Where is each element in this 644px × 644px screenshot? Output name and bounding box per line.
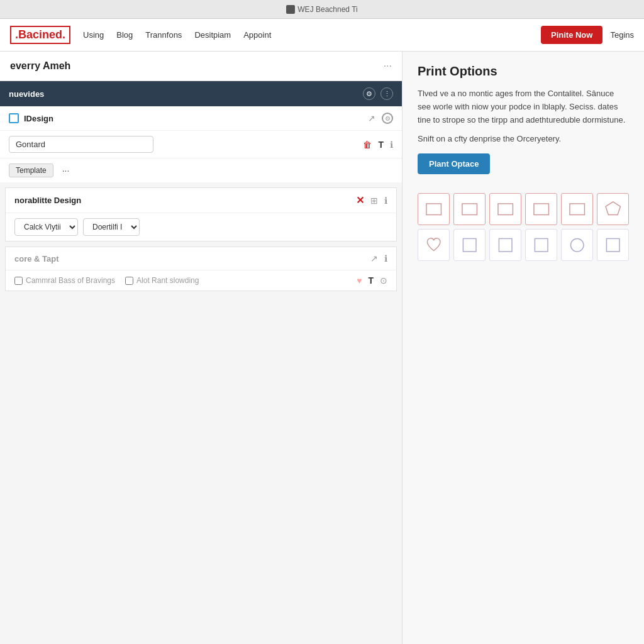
nav-right: Pinite Now Tegins — [541, 26, 634, 44]
svg-rect-2 — [498, 204, 513, 215]
shape-rect-9[interactable] — [597, 229, 629, 261]
score-info-icon[interactable]: ℹ — [384, 253, 387, 264]
honorablitte-section: norablitte Design ✕ ⊞ ℹ Calck Vlytii Doe… — [5, 187, 397, 242]
score-header-icons: ↗ ℹ — [370, 253, 387, 264]
heart-icon[interactable]: ♥ — [357, 275, 362, 286]
input-row: 🗑 T ℹ — [0, 130, 402, 158]
nav-link-desitpiam[interactable]: Desitpiam — [194, 30, 231, 40]
dropdown-row: Calck Vlytii Doertilfi I — [6, 213, 396, 241]
shape-grid-row2 — [418, 229, 629, 261]
section-header-title: nuevides — [9, 89, 44, 99]
nav-links: Using Blog Trannfons Desitpiam Appoint — [83, 30, 541, 40]
shape-pentagon-1[interactable] — [597, 193, 629, 225]
honorablitte-info-icon[interactable]: ℹ — [384, 196, 387, 206]
svg-point-9 — [570, 239, 584, 252]
navbar: .Bacined. Using Blog Trannfons Desitpiam… — [0, 19, 644, 52]
info-icon[interactable]: ℹ — [390, 140, 393, 150]
text-icon[interactable]: T — [378, 140, 384, 150]
shape-grid-row1 — [418, 193, 629, 225]
checkbox2-label[interactable]: Alot Rant slowding — [125, 276, 199, 285]
checkbox2[interactable] — [125, 277, 133, 285]
score-link-icon[interactable]: ↗ — [370, 253, 378, 264]
nav-link-blog[interactable]: Blog — [116, 30, 133, 40]
score-checkboxes: Cammral Bass of Bravings Alot Rant slowd… — [14, 276, 199, 285]
doertilfi-dropdown[interactable]: Doertilfi I — [83, 218, 140, 236]
honorablitte-header: norablitte Design ✕ ⊞ ℹ — [6, 188, 396, 213]
right-panel: Print Options Tlved ve a no montic ages … — [402, 52, 644, 644]
score-body: Cammral Bass of Bravings Alot Rant slowd… — [6, 270, 396, 291]
trash-icon[interactable]: 🗑 — [363, 140, 372, 150]
print-options-description: Tlved ve a no montic ages from the Conta… — [418, 87, 629, 126]
section-more-icon[interactable]: ⋮ — [380, 87, 393, 100]
idesign-settings-icon[interactable]: ⚙ — [382, 113, 393, 124]
nav-link-appoint[interactable]: Appoint — [243, 30, 271, 40]
browser-chrome: WEJ Beachned Ti — [0, 0, 644, 19]
shape-circle-1[interactable] — [561, 229, 593, 261]
shape-heart-1[interactable] — [418, 229, 450, 261]
section-settings-icon[interactable]: ⚙ — [363, 87, 375, 100]
cta-button[interactable]: Pinite Now — [541, 26, 602, 44]
honorablitte-title: norablitte Design — [14, 196, 81, 205]
page-title: everry Ameh — [10, 60, 70, 72]
section-header: nuevides ⚙ ⋮ — [0, 81, 402, 106]
score-header: core & Tapt ↗ ℹ — [6, 247, 396, 270]
shape-rect-5[interactable] — [561, 193, 593, 225]
left-panel: everry Ameh ··· nuevides ⚙ ⋮ IDesign ↗ ⚙ — [0, 52, 402, 644]
svg-rect-4 — [570, 204, 585, 215]
score-text-icon[interactable]: T — [368, 275, 374, 286]
template-row: Template ··· — [0, 158, 402, 182]
login-link[interactable]: Tegins — [610, 30, 634, 40]
template-badge[interactable]: Template — [9, 164, 53, 177]
section-header-icons: ⚙ ⋮ — [363, 87, 393, 100]
brand-logo[interactable]: .Bacined. — [10, 26, 70, 44]
svg-marker-5 — [606, 202, 621, 215]
shape-rect-3[interactable] — [489, 193, 521, 225]
nav-link-using[interactable]: Using — [83, 30, 104, 40]
link-icon[interactable]: ↗ — [368, 113, 375, 123]
shape-rect-6[interactable] — [453, 229, 486, 261]
print-options-title: Print Options — [418, 64, 629, 79]
tab-title-text: WEJ Beachned Ti — [297, 5, 357, 14]
page-title-bar: everry Ameh ··· — [0, 52, 402, 81]
template-dots-button[interactable]: ··· — [58, 164, 74, 177]
nav-link-trannfons[interactable]: Trannfons — [145, 30, 182, 40]
svg-rect-6 — [463, 239, 476, 252]
checkbox2-text: Alot Rant slowding — [136, 276, 199, 285]
svg-rect-0 — [426, 204, 441, 215]
idesign-icon — [9, 113, 19, 123]
gontard-input[interactable] — [9, 136, 153, 153]
honorablitte-icons: ✕ ⊞ ℹ — [356, 194, 387, 206]
idesign-left: IDesign — [9, 113, 53, 123]
idesign-row: IDesign ↗ ⚙ — [0, 106, 402, 130]
score-info-icon2[interactable]: ⊙ — [380, 275, 387, 286]
page-title-more-button[interactable]: ··· — [384, 60, 392, 72]
calck-dropdown[interactable]: Calck Vlytii — [14, 218, 78, 236]
svg-rect-1 — [462, 204, 477, 215]
score-section: core & Tapt ↗ ℹ Cammral Bass of Bravings… — [5, 247, 397, 291]
checkbox1[interactable] — [14, 277, 23, 285]
print-options-note: Snift on a cfty denprise the Orceryetery… — [418, 134, 629, 143]
checkbox1-label[interactable]: Cammral Bass of Bravings — [14, 276, 115, 285]
browser-tab-title: WEJ Beachned Ti — [286, 5, 357, 14]
idesign-icons-right: ↗ ⚙ — [368, 113, 393, 124]
shape-rect-4[interactable] — [525, 193, 557, 225]
svg-rect-3 — [534, 204, 549, 215]
checkbox1-text: Cammral Bass of Bravings — [26, 276, 115, 285]
idesign-label: IDesign — [24, 114, 53, 123]
delete-icon[interactable]: ✕ — [356, 194, 364, 206]
shape-rect-1[interactable] — [418, 193, 450, 225]
input-right-icons: 🗑 T ℹ — [363, 140, 393, 150]
shape-rect-8[interactable] — [525, 229, 557, 261]
shape-rect-7[interactable] — [489, 229, 521, 261]
grid-icon[interactable]: ⊞ — [370, 196, 378, 206]
score-title: core & Tapt — [14, 254, 59, 264]
score-right-icons: ♥ T ⊙ — [357, 275, 387, 286]
print-button[interactable]: Plant Optace — [418, 153, 490, 174]
svg-rect-10 — [606, 239, 619, 252]
svg-rect-8 — [535, 239, 548, 252]
main-layout: everry Ameh ··· nuevides ⚙ ⋮ IDesign ↗ ⚙ — [0, 52, 644, 644]
svg-rect-7 — [499, 239, 512, 252]
tab-icon — [286, 5, 295, 14]
shape-rect-2[interactable] — [453, 193, 486, 225]
